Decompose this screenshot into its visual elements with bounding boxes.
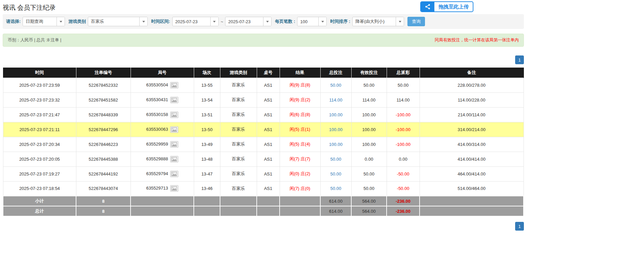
cell-session-text: 13-55	[201, 83, 212, 88]
game-type-caret-button[interactable]	[139, 17, 147, 26]
cell-session: 13-54	[194, 92, 220, 107]
cell-valid-bet: 50.00	[351, 78, 387, 92]
cell-total-bet-text[interactable]: 100.00	[329, 112, 343, 117]
query-button[interactable]: 查询	[407, 17, 425, 26]
total-count-cell: 8	[76, 206, 131, 216]
round-result-image-icon[interactable]	[170, 141, 178, 148]
cell-total-bet-text[interactable]: 100.00	[329, 142, 343, 147]
cell-total-bet-text[interactable]: 100.00	[329, 127, 343, 132]
cell-game-type: 百家乐	[220, 152, 257, 166]
pagination-top: 1	[3, 55, 524, 64]
cell-bet-id-text: 522678445388	[89, 157, 118, 162]
cell-session-text: 13-54	[201, 97, 212, 103]
cell-time: 2025-07-23 07:18:54	[3, 181, 76, 196]
cell-total-bet-text[interactable]: 50.00	[330, 186, 342, 191]
cell-table-no: AS1	[257, 92, 280, 107]
cell-remark-text: 314.00/214.00	[458, 127, 486, 132]
page-1-button[interactable]: 1	[515, 222, 524, 231]
cell-total-bet-text[interactable]: 114.00	[329, 97, 343, 103]
cell-payout: -100.00	[387, 107, 420, 122]
summary-notice: 同局有效投注，统一计算在该局第一张注单内	[435, 37, 519, 43]
cell-valid-bet: 100.00	[351, 137, 387, 152]
time-sort-input[interactable]	[353, 17, 396, 26]
cell-table-no-text: AS1	[264, 83, 273, 88]
chevron-down-icon	[142, 21, 145, 23]
cell-remark-text: 414.00/314.00	[458, 142, 486, 147]
cell-valid-bet-text: 50.00	[363, 171, 374, 176]
cell-total-bet-text[interactable]: 50.00	[330, 83, 342, 88]
cell-session: 13-49	[194, 137, 220, 152]
time-sort-field: 时间排序 :	[330, 17, 404, 26]
cell-session: 13-55	[194, 78, 220, 92]
round-result-image-icon[interactable]	[170, 97, 178, 103]
date-to-input[interactable]	[225, 17, 263, 26]
cell-time-text: 2025-07-23 07:23:32	[19, 97, 60, 103]
column-header-2: 局号	[131, 68, 194, 78]
page-size-input[interactable]	[297, 17, 318, 26]
round-result-image-icon[interactable]	[170, 171, 178, 177]
subtotal-label: 小计	[35, 198, 44, 203]
time-sort-caret-button[interactable]	[396, 17, 404, 26]
page-size-label: 每页笔数 :	[275, 18, 295, 25]
time-sort-combobox	[352, 17, 404, 26]
cell-game-type-text: 百家乐	[232, 112, 245, 117]
cell-bet-id-text: 522678446223	[89, 142, 118, 147]
table-row: 2025-07-23 07:23:32522678451582635530431…	[3, 92, 524, 107]
cell-total-bet-text[interactable]: 50.00	[330, 157, 342, 162]
column-header-10: 备注	[420, 68, 524, 78]
round-result-image-icon[interactable]	[170, 185, 178, 192]
total-label: 总计	[35, 208, 44, 213]
cell-table-no-text: AS1	[264, 142, 273, 147]
cell-payout-text: 0.00	[399, 157, 407, 162]
query-type-input[interactable]	[23, 17, 57, 26]
cell-total-bet-text[interactable]: 50.00	[330, 171, 342, 176]
cell-game-type-text: 百家乐	[232, 186, 245, 191]
total-label-cell: 总计	[3, 206, 76, 216]
cell-time-text: 2025-07-23 07:21:47	[19, 112, 60, 117]
cell-total-bet: 50.00	[320, 181, 351, 196]
cell-result-text: 闲(7) 庄(0)	[290, 186, 310, 191]
cell-result: 闲(6) 庄(8)	[280, 107, 320, 122]
total-valid-bet: 564.00	[362, 209, 376, 214]
cell-time: 2025-07-23 07:21:47	[3, 107, 76, 122]
subtotal-count-cell: 8	[76, 196, 131, 206]
table-header: 时间注单编号局号场次游戏类别桌号结果总投注有效投注总派彩备注	[3, 68, 524, 78]
cell-payout: -50.00	[387, 166, 420, 181]
date-to-caret-button[interactable]	[263, 17, 271, 26]
round-result-image-icon[interactable]	[170, 112, 178, 118]
date-from-caret-button[interactable]	[210, 17, 218, 26]
cell-time-text: 2025-07-23 07:19:27	[19, 171, 60, 176]
round-result-image-icon[interactable]	[170, 156, 178, 162]
subtotal-valid-bet: 564.00	[362, 199, 376, 204]
round-result-image-icon[interactable]	[170, 82, 178, 88]
cell-bet-id: 522678444192	[76, 166, 131, 181]
subtotal-payout: -236.00	[396, 199, 410, 204]
page-size-caret-button[interactable]	[318, 17, 326, 26]
cell-valid-bet-text: 50.00	[363, 186, 374, 191]
game-type-input[interactable]	[88, 17, 139, 26]
cell-round-id-text: 635529713	[146, 186, 168, 191]
table-row: 2025-07-23 07:20:34522678446223635529959…	[3, 137, 524, 152]
cell-total-bet: 100.00	[320, 137, 351, 152]
chevron-down-icon	[213, 21, 216, 23]
cell-remark: 228.00/278.00	[420, 78, 524, 92]
cell-session-text: 13-47	[201, 171, 212, 176]
cell-remark: 414.00/414.00	[420, 152, 524, 166]
page-1-button[interactable]: 1	[515, 55, 524, 64]
table-row: 2025-07-23 07:18:54522678443074635529713…	[3, 181, 524, 196]
upload-dropzone[interactable]: 拖拽至此上传	[420, 1, 473, 12]
subtotal-payout-cell: -236.00	[387, 196, 420, 206]
cell-result-text: 闲(5) 庄(1)	[290, 127, 310, 132]
cell-game-type: 百家乐	[220, 181, 257, 196]
cell-valid-bet: 50.00	[351, 181, 387, 196]
cell-game-type-text: 百家乐	[232, 97, 245, 102]
time-sort-label: 时间排序 :	[330, 18, 350, 25]
chevron-down-icon	[321, 21, 324, 23]
cell-valid-bet: 114.00	[351, 92, 387, 107]
cell-remark-text: 414.00/414.00	[458, 157, 486, 162]
cell-result: 闲(9) 庄(2)	[280, 92, 320, 107]
query-type-caret-button[interactable]	[57, 17, 65, 26]
cell-valid-bet: 0.00	[351, 152, 387, 166]
date-from-input[interactable]	[173, 17, 210, 26]
round-result-image-icon[interactable]	[170, 126, 178, 133]
